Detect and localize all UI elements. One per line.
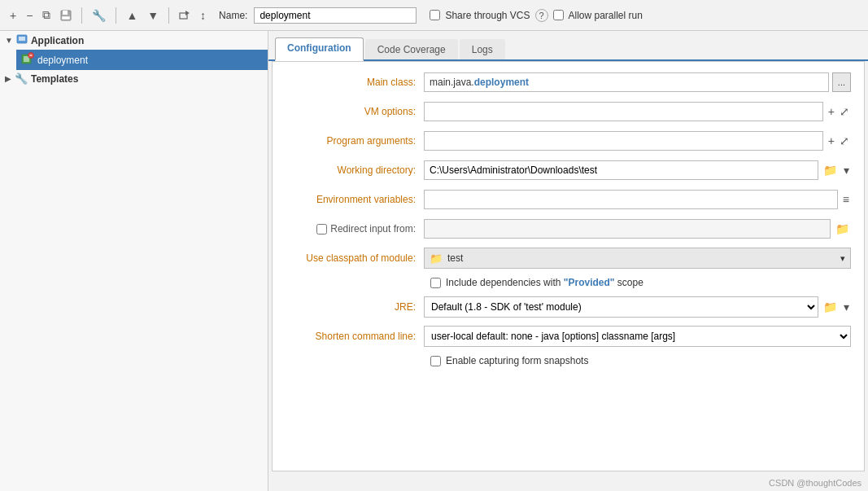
module-icon: 📁 [430,252,443,265]
svg-rect-6 [19,37,25,41]
redirect-checkbox-container: Redirect input from: [286,223,424,235]
tabs-bar: Configuration Code Coverage Logs [268,31,868,61]
main-class-browse-button[interactable]: ... [832,72,851,92]
redirect-row: Redirect input from: 📁 [286,218,851,239]
down-button[interactable]: ▼ [144,7,162,24]
templates-icon: 🔧 [15,72,28,85]
up-button[interactable]: ▲ [123,7,141,24]
include-deps-label: Include dependencies with "Provided" sco… [446,277,643,288]
vm-expand-btns: + ⤢ [827,105,851,118]
shorten-label: Shorten command line: [286,331,424,342]
classpath-field: 📁 test ▾ [424,248,851,269]
parallel-run-checkbox[interactable] [553,10,564,20]
tab-code-coverage[interactable]: Code Coverage [365,39,458,59]
shorten-field-container: user-local default: none - java [options… [424,326,851,347]
svg-rect-2 [62,16,70,20]
capture-checkbox[interactable] [430,356,441,366]
application-label: Application [31,35,84,46]
share-vcs-label: Share through VCS [445,10,530,21]
jre-label: JRE: [286,301,424,313]
right-panel: Configuration Code Coverage Logs Main cl… [268,31,868,491]
classpath-row: Use classpath of module: 📁 test ▾ [286,248,851,269]
include-deps-checkbox[interactable] [430,278,441,288]
jre-field-container: Default (1.8 - SDK of 'test' module) 📁 ▾ [424,296,851,318]
shorten-select[interactable]: user-local default: none - java [options… [425,330,850,343]
main-class-row: Main class: main.java.deployment ... [286,72,851,93]
main-class-field: main.java.deployment ... [424,72,851,92]
program-args-field: + ⤢ [424,131,851,151]
application-icon [16,33,28,47]
left-panel: ▼ Application depl [0,31,268,491]
main-class-prefix: main.java. [430,77,474,88]
tab-logs[interactable]: Logs [460,39,505,59]
redirect-browse-button[interactable]: 📁 [834,222,851,235]
tree-deployment[interactable]: deployment [16,50,268,70]
working-dir-row: Working directory: 📁 ▾ [286,160,851,181]
share-vcs-checkbox[interactable] [430,10,440,20]
jre-dropdown-button[interactable]: ▾ [842,300,851,313]
vm-plus-button[interactable]: + [827,105,836,118]
working-dir-field: 📁 ▾ [424,160,851,180]
program-args-input[interactable] [424,131,823,151]
sort-button[interactable]: ↕ [197,7,209,24]
redirect-checkbox[interactable] [316,224,327,235]
classpath-label: Use classpath of module: [286,252,424,264]
capture-row: Enable capturing form snapshots [286,355,851,366]
redirect-input[interactable] [424,219,831,239]
toolbar-right: Share through VCS ? Allow parallel run [430,9,642,22]
vcs-help-button[interactable]: ? [535,9,548,22]
separator3 [168,7,169,24]
name-input[interactable] [254,7,417,24]
redirect-field: 📁 [424,219,851,239]
deployment-label: deployment [37,55,88,66]
tree-application[interactable]: ▼ Application [0,31,268,50]
module-name: test [447,252,835,264]
args-expand-button[interactable]: ⤢ [838,134,851,147]
copy-button[interactable]: ⧉ [39,7,54,24]
env-vars-label: Environment variables: [286,194,424,205]
jre-row: JRE: Default (1.8 - SDK of 'test' module… [286,296,851,318]
expand-arrow: ▼ [5,36,13,45]
tab-configuration[interactable]: Configuration [275,37,364,61]
env-vars-input[interactable] [424,190,838,209]
env-vars-field: ≡ [424,190,851,209]
main-layout: ▼ Application depl [0,31,868,491]
env-vars-edit-button[interactable]: ≡ [841,193,851,206]
deployment-icon [21,52,34,68]
env-vars-row: Environment variables: ≡ [286,189,851,210]
shorten-field[interactable]: user-local default: none - java [options… [424,326,851,347]
name-label: Name: [219,10,247,21]
working-dir-browse-button[interactable]: 📁 [822,164,839,177]
vm-options-row: VM options: + ⤢ [286,101,851,122]
main-class-deployment: deployment [474,77,529,88]
main-class-label: Main class: [286,77,424,88]
remove-button[interactable]: − [23,7,36,24]
vm-options-input[interactable] [424,102,823,121]
separator2 [116,7,116,24]
templates-label: Templates [31,73,78,85]
vm-expand-button[interactable]: ⤢ [838,105,851,118]
working-dir-dropdown-button[interactable]: ▾ [842,164,851,177]
working-dir-label: Working directory: [286,164,424,176]
vm-options-field: + ⤢ [424,102,851,121]
jre-browse-button[interactable]: 📁 [822,300,839,313]
separator [81,7,82,24]
redirect-label: Redirect input from: [330,223,416,235]
main-class-input[interactable]: main.java.deployment [424,72,829,92]
tree-templates[interactable]: ▶ 🔧 Templates [0,70,268,87]
module-dropdown-arrow[interactable]: ▾ [835,253,850,264]
save-button[interactable] [57,8,75,23]
args-plus-button[interactable]: + [827,134,836,147]
jre-select[interactable]: Default (1.8 - SDK of 'test' module) [425,300,818,313]
args-expand-btns: + ⤢ [827,134,851,147]
capture-label: Enable capturing form snapshots [446,355,588,366]
add-button[interactable]: + [7,7,20,24]
shorten-row: Shorten command line: user-local default… [286,326,851,347]
program-args-label: Program arguments: [286,135,424,147]
move-to-button[interactable] [176,8,194,23]
wrench-button[interactable]: 🔧 [89,7,109,24]
working-dir-input[interactable] [424,160,818,180]
module-field[interactable]: 📁 test ▾ [424,248,851,269]
include-deps-row: Include dependencies with "Provided" sco… [286,277,851,288]
jre-field[interactable]: Default (1.8 - SDK of 'test' module) [424,296,818,318]
